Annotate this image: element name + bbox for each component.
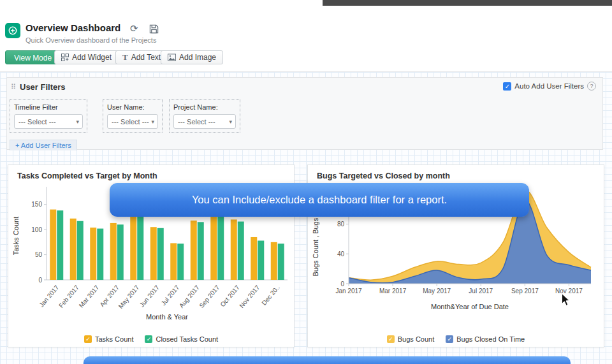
window-top-strip — [323, 0, 612, 6]
user-name-filter-label: User Name: — [107, 103, 162, 111]
mouse-cursor — [561, 293, 571, 310]
timeline-filter-value: --- Select --- — [18, 118, 56, 126]
svg-text:0: 0 — [340, 280, 344, 288]
checkbox-icon[interactable]: ✓ — [387, 335, 395, 343]
svg-text:Aug 2017: Aug 2017 — [178, 284, 201, 309]
svg-text:May 2017: May 2017 — [423, 288, 451, 295]
project-name-filter-select[interactable]: --- Select --- ▾ — [173, 114, 236, 129]
add-widget-label: Add Widget — [72, 53, 112, 62]
add-user-filters-button[interactable]: + Add User Filters — [10, 140, 77, 150]
svg-text:Month & Year: Month & Year — [146, 313, 188, 321]
chevron-down-icon: ▾ — [151, 119, 154, 125]
add-text-button[interactable]: T Add Text — [115, 50, 168, 64]
user-filters-panel: ⠿ User Filters ✓ Auto Add User Filters ?… — [6, 77, 603, 150]
add-image-button[interactable]: Add Image — [161, 50, 223, 64]
svg-text:40: 40 — [337, 251, 345, 258]
timeline-filter-label: Timeline Filter — [14, 103, 87, 111]
page-subtitle: Quick Overview dashboard of the Projects — [26, 36, 156, 44]
bottom-tooltip-strip — [84, 356, 571, 364]
chevron-down-icon: ▾ — [229, 119, 232, 125]
refresh-icon[interactable]: ⟳ — [130, 23, 138, 34]
user-name-filter-select[interactable]: --- Select --- ▾ — [107, 114, 158, 129]
tasks-chart-title: Tasks Completed vs Target by Month — [17, 171, 157, 180]
svg-text:Mar 2017: Mar 2017 — [78, 284, 101, 309]
timeline-filter-group: Timeline Filter --- Select --- ▾ — [10, 99, 87, 133]
legend-label: Bugs Count — [398, 335, 434, 343]
svg-text:Jul 2017: Jul 2017 — [160, 284, 181, 307]
svg-text:Mar 2017: Mar 2017 — [379, 288, 407, 295]
help-icon[interactable]: ? — [587, 82, 596, 91]
svg-text:Tasks Count: Tasks Count — [12, 217, 20, 256]
dashboard-icon — [5, 23, 20, 38]
plus-circle-icon — [8, 25, 18, 36]
legend-item-tasks-count[interactable]: ✓ Tasks Count — [84, 335, 134, 343]
svg-text:Sep 2017: Sep 2017 — [511, 288, 539, 295]
tasks-chart-legend: ✓ Tasks Count ✓ Closed Tasks Count — [8, 335, 294, 343]
chevron-down-icon: ▾ — [76, 119, 79, 125]
add-widget-button[interactable]: Add Widget — [54, 50, 119, 64]
svg-text:Feb 2017: Feb 2017 — [57, 284, 80, 309]
bugs-chart-legend: ✓ Bugs Count ✓ Bugs Closed On Time — [308, 335, 604, 343]
user-name-filter-group: User Name: --- Select --- ▾ — [103, 99, 163, 133]
svg-text:Jul 2017: Jul 2017 — [469, 288, 493, 295]
svg-text:0: 0 — [38, 277, 42, 284]
svg-text:Nov 2017: Nov 2017 — [238, 284, 261, 309]
drag-handle-icon[interactable]: ⠿ — [11, 83, 16, 91]
legend-item-closed-tasks-count[interactable]: ✓ Closed Tasks Count — [145, 335, 218, 343]
svg-text:Jan 2017: Jan 2017 — [335, 288, 362, 295]
legend-item-bugs-count[interactable]: ✓ Bugs Count — [387, 335, 434, 343]
checkbox-icon[interactable]: ✓ — [446, 335, 453, 343]
tooltip-banner: You can Include/exclude a dashboard filt… — [110, 183, 529, 217]
svg-text:80: 80 — [337, 221, 345, 228]
legend-label: Bugs Closed On Time — [456, 335, 525, 343]
legend-label: Closed Tasks Count — [156, 335, 218, 343]
svg-text:May 2017: May 2017 — [117, 284, 141, 310]
legend-item-bugs-closed-on-time[interactable]: ✓ Bugs Closed On Time — [446, 335, 525, 343]
svg-text:Jun 2017: Jun 2017 — [138, 284, 161, 309]
legend-label: Tasks Count — [95, 335, 134, 343]
checkbox-icon[interactable]: ✓ — [84, 335, 92, 343]
save-icon[interactable] — [149, 24, 159, 36]
timeline-filter-select[interactable]: --- Select --- ▾ — [14, 114, 83, 129]
auto-add-user-filters: ✓ Auto Add User Filters ? — [503, 82, 596, 91]
svg-text:50: 50 — [35, 251, 43, 258]
svg-text:Sep 2017: Sep 2017 — [198, 284, 221, 309]
text-icon: T — [122, 52, 128, 62]
svg-text:150: 150 — [31, 201, 42, 208]
add-text-label: Add Text — [131, 53, 161, 62]
svg-text:100: 100 — [31, 226, 42, 233]
page-title: Overview Dashboard — [26, 22, 120, 33]
user-filters-title: User Filters — [20, 82, 66, 92]
project-name-filter-value: --- Select --- — [178, 118, 215, 126]
bugs-chart-title: Bugs Targeted vs Closed by month — [317, 171, 450, 180]
image-icon — [168, 54, 176, 61]
project-name-filter-group: Project Name: --- Select --- ▾ — [169, 99, 240, 133]
view-mode-button[interactable]: View Mode — [5, 50, 61, 64]
user-name-filter-value: --- Select --- — [112, 118, 149, 126]
svg-text:Month&Year of Due Date: Month&Year of Due Date — [431, 303, 509, 310]
project-name-filter-label: Project Name: — [173, 103, 240, 111]
auto-add-checkbox[interactable]: ✓ — [503, 82, 511, 91]
widget-grid-icon — [61, 54, 69, 61]
svg-text:Dec 20..: Dec 20.. — [260, 284, 280, 307]
add-image-label: Add Image — [179, 53, 216, 62]
auto-add-label: Auto Add User Filters — [514, 82, 584, 90]
checkbox-icon[interactable]: ✓ — [145, 335, 152, 343]
